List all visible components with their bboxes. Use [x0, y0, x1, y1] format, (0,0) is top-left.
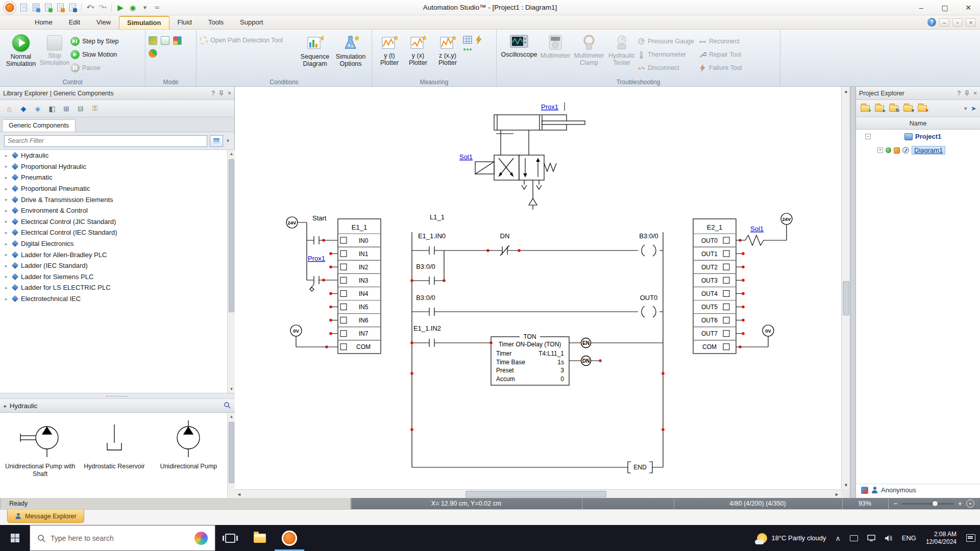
expand-arrow-icon[interactable]: ▸: [5, 296, 9, 302]
dots-icon[interactable]: [463, 47, 472, 52]
scroll-down-icon[interactable]: ▼: [842, 481, 850, 489]
expand-arrow-icon[interactable]: ▸: [5, 175, 9, 180]
mode-option-icon-1[interactable]: [149, 36, 157, 45]
expand-arrow-icon[interactable]: ▸: [5, 230, 9, 235]
stop-simulation-button[interactable]: Stop Simulation: [39, 32, 70, 77]
filter-list-button[interactable]: [210, 135, 223, 147]
library-stack-icon[interactable]: ◆: [18, 103, 29, 114]
library-tree-item[interactable]: ▸Hydraulic: [0, 150, 235, 161]
expand-arrow-icon[interactable]: ▸: [5, 219, 9, 224]
tab-support[interactable]: Support: [232, 16, 272, 29]
expand-arrow-icon[interactable]: ▸: [5, 164, 9, 169]
prox1-link-label[interactable]: Prox1: [308, 255, 325, 262]
undo-icon[interactable]: ↶▾: [85, 3, 95, 12]
file-explorer-button[interactable]: [245, 525, 275, 551]
customize-quick-access-icon[interactable]: ▾: [140, 3, 150, 12]
zoom-in-icon[interactable]: +: [958, 499, 962, 508]
library-tree-item[interactable]: ▸Environment & Control: [0, 205, 235, 216]
disconnect-button[interactable]: Disconnect: [638, 62, 699, 74]
all-libraries-icon[interactable]: ◈: [32, 103, 43, 114]
refresh-project-icon[interactable]: ↻: [888, 103, 899, 114]
expand-arrow-icon[interactable]: ▸: [5, 252, 9, 257]
taskbar-clock[interactable]: 2:08 AM 12/04/2024: [921, 531, 962, 546]
search-input[interactable]: [8, 137, 204, 144]
section-expand-icon[interactable]: ▸: [4, 403, 7, 409]
zoom-slider[interactable]: [901, 503, 954, 505]
scroll-up-icon[interactable]: ▲: [228, 150, 235, 158]
grid-icon[interactable]: [463, 36, 472, 44]
tab-home[interactable]: Home: [27, 16, 61, 29]
record-icon[interactable]: ◉: [128, 3, 138, 12]
supply-24v-right[interactable]: 24V: [782, 216, 792, 222]
rung3-contact-label[interactable]: B3:0/0: [416, 294, 435, 302]
pause-button[interactable]: Pause: [70, 62, 119, 74]
library-tree-scrollbar[interactable]: ▲ ▼: [227, 150, 235, 393]
diagram-name-label[interactable]: Diagram1: [912, 146, 945, 155]
sol1-right-label[interactable]: Sol1: [750, 225, 764, 233]
expand-icon[interactable]: +: [877, 147, 883, 153]
expand-arrow-icon[interactable]: ▸: [5, 241, 9, 246]
library-tree-item[interactable]: ▸Ladder for LS ELECTRIC PLC: [0, 282, 235, 293]
tray-expand-icon[interactable]: ∧: [831, 525, 845, 551]
expand-arrow-icon[interactable]: ▸: [5, 285, 9, 290]
maximize-button[interactable]: ▢: [933, 0, 957, 15]
tab-edit[interactable]: Edit: [61, 16, 88, 29]
collapse-icon[interactable]: −: [865, 134, 871, 139]
toolbar-dropdown-icon[interactable]: ▼: [963, 106, 968, 111]
language-indicator[interactable]: ENG: [897, 525, 921, 551]
scroll-down-icon[interactable]: ▼: [228, 385, 235, 393]
component-card[interactable]: Unidirectional Pump: [152, 416, 226, 490]
tray-display-icon[interactable]: [845, 525, 863, 551]
app-logo-icon[interactable]: [3, 1, 16, 14]
tray-volume-icon[interactable]: [880, 525, 897, 551]
components-icon[interactable]: ◧: [46, 103, 58, 114]
start-label[interactable]: Start: [312, 214, 327, 222]
oscilloscope-button[interactable]: Oscilloscope: [500, 32, 538, 77]
tab-simulation[interactable]: Simulation: [119, 16, 169, 29]
lightning-icon[interactable]: [475, 35, 482, 44]
mode-option-icon-2[interactable]: [161, 36, 169, 45]
project-tree-item-project1[interactable]: − Project1: [856, 130, 980, 143]
library-tree-item[interactable]: ▸Ladder (IEC Standard): [0, 260, 235, 271]
new-document-icon[interactable]: [18, 3, 29, 12]
panel-close-icon[interactable]: ×: [973, 90, 977, 97]
panel-help-icon[interactable]: ?: [211, 90, 215, 97]
zoom-slider-thumb[interactable]: [932, 500, 938, 507]
redo-icon[interactable]: ↷▾: [97, 3, 108, 12]
project-tree-item-diagram1[interactable]: + Diagram1: [856, 143, 980, 157]
rung1-contact2-label[interactable]: DN: [500, 232, 510, 240]
library-tree-item[interactable]: ▸Proportional Hydraulic: [0, 161, 235, 172]
cortana-icon[interactable]: [194, 532, 208, 545]
valve-symbol[interactable]: [475, 155, 556, 210]
yx-plotter-button[interactable]: ★ y (x) Plotter: [404, 32, 432, 77]
export-icon[interactable]: [55, 3, 65, 12]
pressure-gauge-button[interactable]: Pressure Gauge: [638, 35, 699, 47]
library-tree-item[interactable]: ▸Ladder for Siemens PLC: [0, 271, 235, 283]
slow-motion-button[interactable]: Slow Motion: [70, 48, 119, 61]
rung1-coil-label[interactable]: B3:0/0: [639, 232, 658, 240]
ribbon-options-icon[interactable]: ≂: [152, 3, 162, 12]
tab-tools[interactable]: Tools: [200, 16, 232, 29]
normal-simulation-button[interactable]: Normal Simulation: [3, 32, 39, 77]
library-tree-item[interactable]: ▸Proportional Pneumatic: [0, 183, 235, 194]
reconnect-button[interactable]: Reconnect: [699, 35, 752, 47]
cylinder-symbol[interactable]: [494, 115, 585, 155]
message-explorer-tab[interactable]: Message Explorer: [7, 510, 84, 523]
component-card[interactable]: Unidirectional Pump with Shaft: [3, 416, 77, 490]
panel-help-icon[interactable]: ?: [957, 90, 961, 97]
save-icon[interactable]: [67, 3, 78, 12]
scroll-left-icon[interactable]: ◄: [235, 490, 243, 498]
library-tree-item[interactable]: ▸Digital Electronics: [0, 238, 235, 249]
weather-widget[interactable]: 18°C Partly cloudy: [752, 525, 830, 551]
hydraulic-section-header[interactable]: ▸ Hydraulic: [0, 399, 235, 413]
close-button[interactable]: ✕: [957, 0, 980, 15]
tray-network-icon[interactable]: [863, 525, 880, 551]
panel-expand-arrow-icon[interactable]: ➤: [971, 105, 976, 112]
repair-tool-button[interactable]: Repair Tool: [699, 48, 752, 61]
canvas-horizontal-scrollbar[interactable]: ◄ ►: [235, 489, 841, 498]
panel-splitter[interactable]: ••••••••••: [0, 393, 235, 399]
minimize-button[interactable]: –: [910, 0, 933, 15]
expand-arrow-icon[interactable]: ▸: [5, 197, 9, 202]
library-tree-item[interactable]: ▸Pneumatic: [0, 172, 235, 183]
library-tree-item[interactable]: ▸Electrical Control (JIC Standard): [0, 216, 235, 228]
